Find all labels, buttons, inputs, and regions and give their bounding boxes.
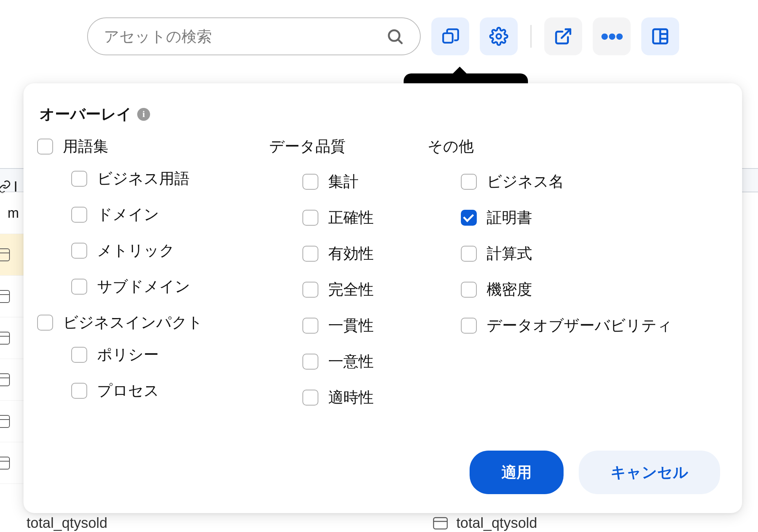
checkbox-process[interactable]: プロセス	[71, 380, 234, 401]
checkbox-icon	[302, 174, 318, 190]
checkbox-icon	[302, 390, 318, 406]
svg-rect-4	[443, 33, 453, 43]
checkbox-metric[interactable]: メトリック	[71, 240, 234, 261]
checkbox-icon	[461, 282, 477, 298]
cancel-button[interactable]: キャンセル	[579, 451, 720, 494]
checkbox-timeliness[interactable]: 適時性	[302, 387, 397, 408]
checkbox-icon	[37, 139, 53, 154]
checkbox-accuracy[interactable]: 正確性	[302, 207, 397, 228]
checkbox-icon	[461, 210, 477, 226]
checkbox-icon	[302, 210, 318, 226]
checkbox-data-observability[interactable]: データオブザーバビリティ	[461, 315, 720, 336]
checkbox-glossary-group[interactable]: 用語集	[37, 136, 234, 157]
svg-line-3	[398, 39, 402, 43]
group-business-impact: ビジネスインパクト ポリシー プロセス	[37, 312, 234, 401]
search-input[interactable]	[104, 28, 380, 45]
group-glossary: 用語集 ビジネス用語 ドメイン メトリック	[37, 136, 234, 297]
checkbox-business-term[interactable]: ビジネス用語	[71, 168, 234, 189]
panel-actions: 適用 キャンセル	[37, 451, 720, 494]
checkbox-icon	[71, 279, 87, 295]
checkbox-policy[interactable]: ポリシー	[71, 344, 234, 365]
data-quality-header: データ品質	[268, 136, 397, 157]
checkbox-icon	[461, 318, 477, 334]
bg-bottom-text: total_qtysold	[27, 515, 107, 531]
svg-rect-0	[434, 518, 447, 529]
bg-rows: m	[0, 168, 23, 484]
more-button[interactable]: •••	[593, 17, 631, 55]
group-other: その他 ビジネス名 証明書 計算式	[427, 136, 720, 336]
checkbox-icon	[71, 207, 87, 223]
checkbox-icon	[461, 246, 477, 262]
checkbox-icon	[71, 171, 87, 187]
column-other: その他 ビジネス名 証明書 計算式	[427, 136, 720, 451]
overlay-panel: オーバーレイ i 用語集 ビジネス用語 ドメイン	[23, 83, 742, 513]
checkbox-icon	[71, 347, 87, 363]
checkbox-validity[interactable]: 有効性	[302, 243, 397, 264]
checkbox-business-impact-group[interactable]: ビジネスインパクト	[37, 312, 234, 333]
checkbox-subdomain[interactable]: サブドメイン	[71, 276, 234, 297]
checkbox-icon	[302, 282, 318, 298]
info-icon[interactable]: i	[137, 108, 150, 121]
data-quality-items: 集計 正確性 有効性 完全性	[268, 171, 397, 408]
panel-title: オーバーレイ i	[39, 104, 720, 125]
checkbox-consistency[interactable]: 一貫性	[302, 315, 397, 336]
group-data-quality: データ品質 集計 正確性 有効性	[268, 136, 397, 408]
checkbox-icon	[71, 383, 87, 399]
checkbox-business-name[interactable]: ビジネス名	[461, 171, 720, 192]
overlay-button[interactable]	[431, 17, 469, 55]
checkbox-icon	[71, 243, 87, 259]
checkbox-icon	[461, 174, 477, 190]
checkbox-completeness[interactable]: 完全性	[302, 279, 397, 300]
column-glossary-impact: 用語集 ビジネス用語 ドメイン メトリック	[37, 136, 234, 451]
checkbox-icon	[302, 246, 318, 262]
toolbar-divider	[531, 25, 531, 48]
panel-columns: 用語集 ビジネス用語 ドメイン メトリック	[37, 136, 720, 451]
checkbox-icon	[37, 315, 53, 331]
more-dots-icon: •••	[600, 25, 623, 48]
checkbox-uniqueness[interactable]: 一意性	[302, 351, 397, 372]
glossary-items: ビジネス用語 ドメイン メトリック サブドメイン	[37, 168, 234, 297]
checkbox-icon	[302, 318, 318, 334]
apply-button[interactable]: 適用	[470, 451, 564, 494]
svg-line-6	[562, 29, 570, 38]
search-icon	[386, 27, 404, 45]
checkbox-icon	[302, 354, 318, 370]
settings-button[interactable]	[480, 17, 518, 55]
checkbox-confidentiality[interactable]: 機密度	[461, 279, 720, 300]
column-data-quality: データ品質 集計 正確性 有効性	[268, 136, 397, 451]
checkbox-formula[interactable]: 計算式	[461, 243, 720, 264]
business-impact-items: ポリシー プロセス	[37, 344, 234, 401]
open-external-button[interactable]	[544, 17, 582, 55]
toolbar: •••	[87, 17, 747, 55]
search-box[interactable]	[87, 17, 421, 55]
other-header: その他	[427, 136, 720, 157]
checkbox-certificate[interactable]: 証明書	[461, 207, 720, 228]
checkbox-domain[interactable]: ドメイン	[71, 204, 234, 225]
bg-bottom-text2: total_qtysold	[433, 515, 537, 531]
other-items: ビジネス名 証明書 計算式 機密度	[427, 171, 720, 336]
checkbox-aggregation[interactable]: 集計	[302, 171, 397, 192]
layout-button[interactable]	[641, 17, 679, 55]
svg-point-5	[496, 34, 501, 39]
